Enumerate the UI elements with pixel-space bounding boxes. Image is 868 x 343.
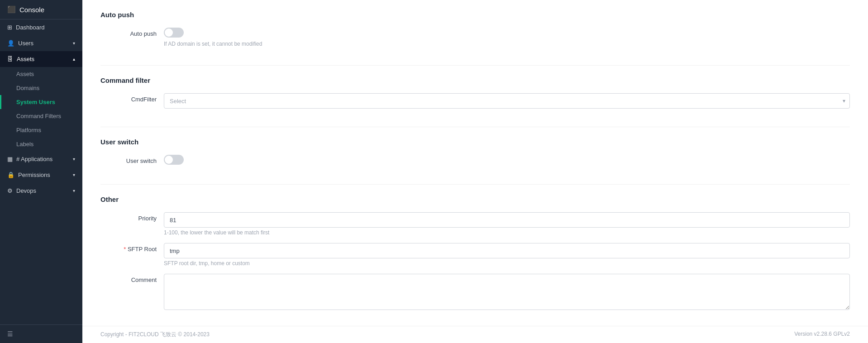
form-row-comment: Comment bbox=[100, 274, 850, 311]
dashboard-icon: ⊞ bbox=[7, 24, 12, 31]
sidebar-item-applications[interactable]: ▦ # Applications ▾ bbox=[0, 151, 82, 167]
hamburger-icon[interactable]: ☰ bbox=[7, 330, 13, 338]
priority-hint: 1-100, the lower the value will be match… bbox=[164, 229, 850, 236]
form-row-auto-push: Auto push If AD domain is set, it cannot… bbox=[100, 28, 850, 47]
cmd-filter-control: Select bbox=[164, 93, 850, 109]
chevron-down-icon: ▾ bbox=[73, 188, 75, 193]
chevron-down-icon: ▾ bbox=[73, 41, 75, 46]
sidebar-sub-labels[interactable]: Labels bbox=[0, 137, 82, 151]
label-auto-push: Auto push bbox=[100, 28, 164, 37]
version-text: Version v2.28.6 GPLv2 bbox=[794, 331, 850, 338]
comment-control bbox=[164, 274, 850, 311]
sidebar-sub-system-users[interactable]: System Users bbox=[0, 95, 82, 109]
console-icon: ⬛ bbox=[7, 5, 16, 14]
label-sftp-root: SFTP Root bbox=[100, 243, 164, 252]
auto-push-hint: If AD domain is set, it cannot be modifi… bbox=[164, 41, 850, 47]
priority-control: 1-100, the lower the value will be match… bbox=[164, 212, 850, 236]
sftp-root-hint: SFTP root dir, tmp, home or custom bbox=[164, 260, 850, 267]
user-switch-control bbox=[164, 155, 850, 166]
section-user-switch: User switch User switch bbox=[100, 127, 850, 185]
user-switch-toggle[interactable] bbox=[164, 155, 184, 165]
auto-push-toggle[interactable] bbox=[164, 28, 184, 38]
sidebar-item-assets[interactable]: 🗄 Assets ▴ bbox=[0, 51, 82, 67]
comment-textarea[interactable] bbox=[164, 274, 850, 310]
sidebar-item-label: Permissions bbox=[18, 172, 50, 178]
section-title-command-filter: Command filter bbox=[100, 76, 850, 84]
applications-icon: ▦ bbox=[7, 156, 13, 162]
sidebar-header: ⬛ Console bbox=[0, 0, 82, 19]
sidebar-sub-platforms[interactable]: Platforms bbox=[0, 123, 82, 137]
users-icon: 👤 bbox=[7, 40, 14, 47]
copyright-text: Copyright - FIT2CLOUD 飞致云 © 2014-2023 bbox=[100, 331, 210, 338]
section-other: Other Priority 1-100, the lower the valu… bbox=[100, 185, 850, 326]
cmd-filter-select-wrap: Select bbox=[164, 93, 850, 109]
devops-icon: ⚙ bbox=[7, 187, 13, 194]
form-content: Auto push Auto push If AD domain is set,… bbox=[82, 0, 868, 326]
form-buttons: Save and add another Submit bbox=[100, 319, 850, 326]
sidebar-item-permissions[interactable]: 🔒 Permissions ▾ bbox=[0, 167, 82, 183]
main-content: Auto push Auto push If AD domain is set,… bbox=[82, 0, 868, 343]
sftp-root-control: SFTP root dir, tmp, home or custom bbox=[164, 243, 850, 267]
label-cmd-filter: CmdFilter bbox=[100, 93, 164, 103]
section-title-auto-push: Auto push bbox=[100, 11, 850, 19]
priority-input[interactable] bbox=[164, 212, 850, 228]
form-row-user-switch: User switch bbox=[100, 155, 850, 166]
auto-push-control: If AD domain is set, it cannot be modifi… bbox=[164, 28, 850, 47]
sidebar-item-devops[interactable]: ⚙ Devops ▾ bbox=[0, 183, 82, 199]
section-command-filter: Command filter CmdFilter Select bbox=[100, 66, 850, 127]
sidebar-item-dashboard[interactable]: ⊞ Dashboard bbox=[0, 19, 82, 35]
cmd-filter-select[interactable]: Select bbox=[164, 93, 850, 109]
sidebar-item-label: # Applications bbox=[16, 156, 52, 162]
form-row-cmd-filter: CmdFilter Select bbox=[100, 93, 850, 109]
chevron-down-icon: ▾ bbox=[73, 172, 75, 177]
sidebar-title: Console bbox=[19, 6, 44, 14]
label-user-switch: User switch bbox=[100, 155, 164, 164]
assets-icon: 🗄 bbox=[7, 56, 13, 62]
sidebar-sub-domains[interactable]: Domains bbox=[0, 81, 82, 95]
chevron-down-icon: ▾ bbox=[73, 157, 75, 162]
label-priority: Priority bbox=[100, 212, 164, 222]
chevron-up-icon: ▴ bbox=[73, 57, 75, 62]
section-title-user-switch: User switch bbox=[100, 138, 850, 146]
sidebar-item-label: Users bbox=[18, 40, 33, 47]
permissions-icon: 🔒 bbox=[7, 172, 14, 178]
section-title-other: Other bbox=[100, 195, 850, 203]
sidebar-item-label: Dashboard bbox=[16, 24, 45, 31]
sidebar-item-users[interactable]: 👤 Users ▾ bbox=[0, 35, 82, 51]
form-row-priority: Priority 1-100, the lower the value will… bbox=[100, 212, 850, 236]
form-row-sftp-root: SFTP Root SFTP root dir, tmp, home or cu… bbox=[100, 243, 850, 267]
sidebar: ⬛ Console ⊞ Dashboard 👤 Users ▾ 🗄 Assets… bbox=[0, 0, 82, 343]
sidebar-item-label: Assets bbox=[17, 56, 34, 62]
footer: Copyright - FIT2CLOUD 飞致云 © 2014-2023 Ve… bbox=[82, 326, 868, 343]
label-comment: Comment bbox=[100, 274, 164, 283]
sidebar-sub-command-filters[interactable]: Command Filters bbox=[0, 109, 82, 123]
section-auto-push: Auto push Auto push If AD domain is set,… bbox=[100, 0, 850, 66]
sidebar-item-label: Devops bbox=[16, 187, 36, 194]
sidebar-sub-assets[interactable]: Assets bbox=[0, 67, 82, 81]
sftp-root-input[interactable] bbox=[164, 243, 850, 258]
